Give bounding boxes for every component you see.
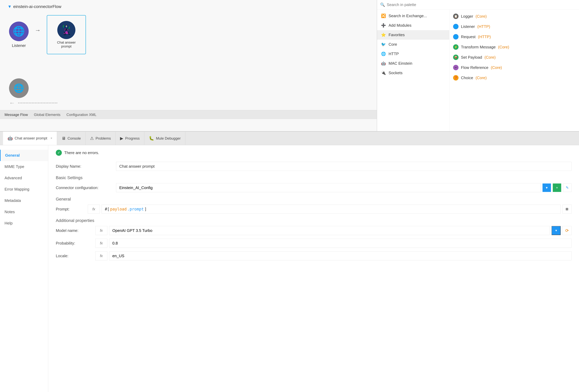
flow-ref-label: Flow Reference [461,65,488,70]
sidebar-item-metadata[interactable]: Metadata [0,195,48,206]
palette-item-sockets[interactable]: 🔌 Sockets [377,68,449,78]
core-icon: 🐦 [381,42,386,47]
progress-label: Progress [125,136,140,140]
probability-fx-button[interactable]: fx [95,239,107,248]
flow-second-row: 🌐 ← [9,78,57,106]
locale-fx-button[interactable]: fx [95,251,107,260]
mac-einstein-icon: 🤖 [381,61,386,66]
check-icon: ✓ [56,150,62,156]
listener-palette-icon: 🌐 [453,24,458,29]
problems-icon: ⚠ [90,136,94,141]
palette-search-bar: 🔍 [377,0,579,10]
chat-label: Chat answerprompt [57,41,76,48]
palette: 🔍 🔀 Search in Exchange... ➕ Add Modules … [377,0,579,131]
flow-nodes: 🌐 Listener → 🦹 Chat answerprompt [9,15,86,54]
tab-configuration-xml[interactable]: Configuration XML [67,111,96,118]
sidebar-item-help[interactable]: Help [0,218,48,229]
sidebar-item-advanced[interactable]: Advanced [0,172,48,184]
prompt-dot-field: .prompt [127,207,144,211]
locale-fx-icon: fx [100,254,103,258]
flow-toolbar: Message Flow Global Elements Configurati… [0,110,377,119]
palette-item-exchange[interactable]: 🔀 Search in Exchange... [377,11,449,21]
listener-circle: 🌐 [9,22,29,41]
connector-dropdown-button[interactable]: ▾ [543,184,551,192]
exchange-icon: 🔀 [381,13,386,18]
listener-node[interactable]: 🌐 Listener [9,22,29,48]
palette-right-transform[interactable]: ⚡ Transform Message (Core) [449,42,579,52]
palette-right-flow-ref[interactable]: ↩ Flow Reference (Core) [449,63,579,73]
connector-edit-button[interactable]: ✎ [563,184,572,192]
prompt-grid-button[interactable]: ⊞ [562,205,572,214]
properties-main: ✓ There are no errors. Display Name: Bas… [48,145,579,392]
ghost-listener: 🌐 [9,78,29,98]
logger-icon: 📋 [453,13,458,19]
palette-item-label: Core [389,42,397,47]
sidebar-item-mime-type[interactable]: MIME Type [0,161,48,172]
palette-item-modules[interactable]: ➕ Add Modules [377,21,449,30]
chat-avatar: 🦹 [57,21,75,39]
connector-config-input[interactable] [116,183,541,192]
tab-console[interactable]: 🖥 Console [57,132,85,145]
help-label: Help [4,221,12,225]
model-refresh-button[interactable]: ⟳ [562,226,572,235]
prompt-input[interactable]: #[ payload .prompt ] [102,205,561,214]
logger-label: Logger [461,14,473,19]
properties-sidebar: General MIME Type Advanced Error Mapping… [0,145,48,392]
listener-tag: (HTTP) [477,24,490,29]
palette-right-request[interactable]: 🌐 Request (HTTP) [449,32,579,42]
tab-chat-answer-prompt[interactable]: 🤖 Chat answer prompt × [3,132,57,145]
general-section-header: General [56,197,572,201]
model-fx-button[interactable]: fx [95,226,107,235]
additional-header: Additional properties [56,218,572,223]
palette-right-listener[interactable]: 🌐 Listener (HTTP) [449,21,579,32]
prompt-row: Prompt: fx #[ payload .prompt ] ⊞ [56,205,572,214]
fx-icon: fx [92,207,95,211]
search-input[interactable] [387,2,576,7]
model-name-input[interactable]: OpenAI GPT 3.5 Turbo [109,226,550,235]
error-mapping-label: Error Mapping [4,187,29,192]
chat-node[interactable]: 🦹 Chat answerprompt [47,15,86,54]
palette-item-mac-einstein[interactable]: 🤖 MAC Einstein [377,59,449,68]
tab-problems[interactable]: ⚠ Problems [85,132,116,145]
flow-canvas: ▼ einstein-ai-connectorFlow 🌐 Listener →… [0,0,377,131]
connector-add-button[interactable]: + [553,184,561,192]
palette-item-favorites[interactable]: ⭐ Favorites [377,30,449,40]
locale-input[interactable] [109,251,572,260]
request-icon: 🌐 [453,34,458,40]
logger-tag: (Core) [476,14,487,19]
tab-message-flow[interactable]: Message Flow [4,111,28,118]
prompt-fx-button[interactable]: fx [88,205,100,214]
set-payload-tag: (Core) [485,55,496,60]
display-name-input[interactable] [116,162,572,171]
palette-item-core[interactable]: 🐦 Core [377,40,449,49]
prompt-label: Prompt: [56,207,86,211]
close-tab-button[interactable]: × [51,136,52,140]
palette-right-set-payload[interactable]: 📦 Set Payload (Core) [449,52,579,63]
tab-global-elements[interactable]: Global Elements [34,111,61,118]
probability-input[interactable] [109,239,572,248]
metadata-label: Metadata [4,198,21,203]
palette-left: 🔀 Search in Exchange... ➕ Add Modules ⭐ … [377,10,449,131]
set-payload-icon: 📦 [453,55,458,60]
transform-icon: ⚡ [453,44,458,50]
sidebar-item-error-mapping[interactable]: Error Mapping [0,184,48,195]
palette-right-choice[interactable]: ❓ Choice (Core) [449,73,579,83]
problems-label: Problems [96,136,111,140]
choice-label: Choice [461,75,473,80]
sidebar-item-general[interactable]: General [0,150,48,161]
tab-mule-debugger[interactable]: 🐛 Mule Debugger [144,132,185,145]
palette-item-label: HTTP [389,52,399,56]
request-tag: (HTTP) [478,35,491,39]
chat-node-inner: 🦹 Chat answerprompt [49,17,84,52]
display-name-label: Display Name: [56,164,116,169]
mime-type-label: MIME Type [4,164,24,169]
no-errors-message: ✓ There are no errors. [56,150,572,156]
model-dropdown-button[interactable]: ▾ [552,226,561,235]
model-name-row: Model name: fx OpenAI GPT 3.5 Turbo ▾ ⟳ [56,226,572,235]
palette-item-http[interactable]: 🌐 HTTP [377,49,449,59]
palette-right-logger[interactable]: 📋 Logger (Core) [449,11,579,21]
sockets-icon: 🔌 [381,70,386,75]
chat-tab-icon: 🤖 [7,136,13,141]
sidebar-item-notes[interactable]: Notes [0,206,48,218]
tab-progress[interactable]: ▶ Progress [116,132,144,145]
